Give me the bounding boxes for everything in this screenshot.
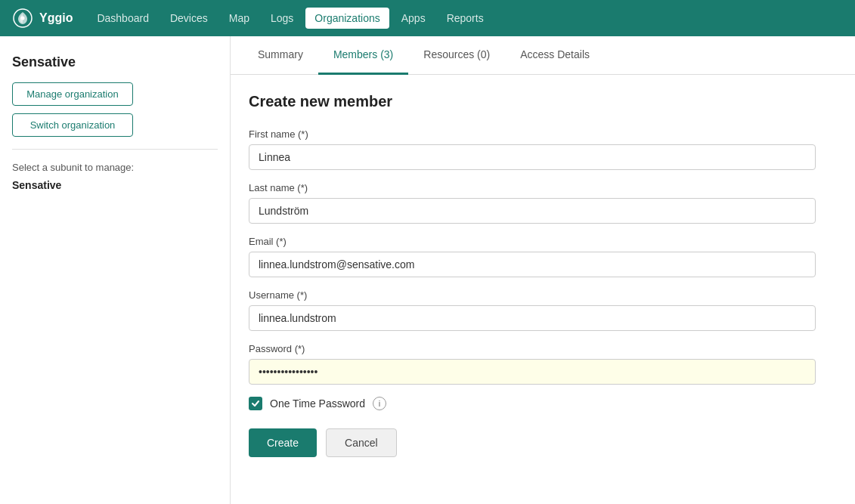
username-input[interactable] bbox=[249, 305, 816, 331]
otp-row: One Time Password i bbox=[249, 397, 802, 410]
tab-summary[interactable]: Summary bbox=[243, 36, 318, 75]
first-name-input[interactable] bbox=[249, 144, 816, 170]
nav-devices[interactable]: Devices bbox=[161, 8, 217, 29]
page-layout: Sensative Manage organization Switch org… bbox=[0, 36, 855, 504]
email-group: Email (*) bbox=[249, 236, 802, 277]
otp-label: One Time Password bbox=[270, 397, 365, 410]
nav-apps[interactable]: Apps bbox=[392, 8, 435, 29]
subunit-label: Select a subunit to manage: bbox=[12, 162, 218, 173]
switch-org-button[interactable]: Switch organization bbox=[12, 113, 133, 137]
tabs-bar: Summary Members (3) Resources (0) Access… bbox=[231, 36, 855, 75]
email-input[interactable] bbox=[249, 252, 816, 277]
cancel-button[interactable]: Cancel bbox=[326, 428, 397, 457]
tab-resources[interactable]: Resources (0) bbox=[408, 36, 505, 75]
svg-point-1 bbox=[21, 17, 25, 20]
create-member-form: Create new member First name (*) Last na… bbox=[231, 75, 820, 475]
password-label: Password (*) bbox=[249, 343, 802, 354]
main-content: Summary Members (3) Resources (0) Access… bbox=[231, 36, 855, 504]
password-input[interactable] bbox=[249, 359, 816, 385]
app-logo: Yggio bbox=[12, 8, 73, 29]
form-buttons: Create Cancel bbox=[249, 428, 802, 457]
first-name-label: First name (*) bbox=[249, 128, 802, 140]
otp-info-icon[interactable]: i bbox=[373, 397, 386, 410]
top-navigation: Yggio Dashboard Devices Map Logs Organiz… bbox=[0, 0, 855, 36]
first-name-group: First name (*) bbox=[249, 128, 802, 170]
last-name-label: Last name (*) bbox=[249, 182, 802, 193]
form-title: Create new member bbox=[249, 93, 802, 110]
logo-icon bbox=[12, 8, 33, 29]
otp-checkbox[interactable] bbox=[249, 397, 262, 410]
create-button[interactable]: Create bbox=[249, 428, 317, 457]
last-name-input[interactable] bbox=[249, 198, 816, 224]
username-label: Username (*) bbox=[249, 289, 802, 301]
nav-logs[interactable]: Logs bbox=[262, 8, 302, 29]
check-icon bbox=[251, 399, 260, 408]
tab-access-details[interactable]: Access Details bbox=[505, 36, 605, 75]
last-name-group: Last name (*) bbox=[249, 182, 802, 224]
sidebar-divider bbox=[12, 149, 218, 150]
nav-organizations[interactable]: Organizations bbox=[305, 8, 389, 29]
sidebar: Sensative Manage organization Switch org… bbox=[0, 36, 231, 504]
password-group: Password (*) bbox=[249, 343, 802, 385]
tab-members[interactable]: Members (3) bbox=[318, 36, 408, 75]
email-label: Email (*) bbox=[249, 236, 802, 247]
manage-org-button[interactable]: Manage organization bbox=[12, 82, 133, 106]
username-group: Username (*) bbox=[249, 289, 802, 331]
nav-map[interactable]: Map bbox=[220, 8, 259, 29]
nav-dashboard[interactable]: Dashboard bbox=[88, 8, 158, 29]
nav-reports[interactable]: Reports bbox=[438, 8, 493, 29]
org-name: Sensative bbox=[12, 54, 218, 70]
subunit-item[interactable]: Sensative bbox=[12, 179, 218, 191]
